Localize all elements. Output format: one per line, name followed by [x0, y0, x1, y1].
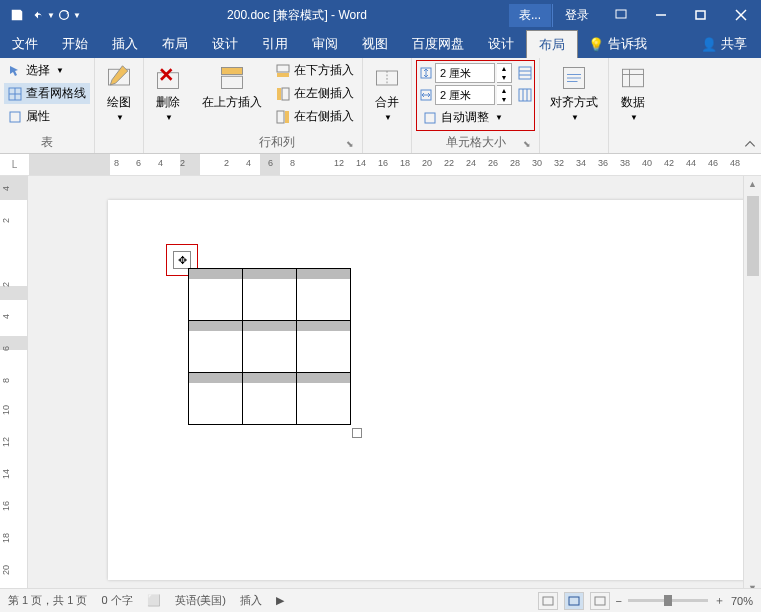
table-cell[interactable]	[189, 321, 243, 373]
distribute-cols-icon[interactable]	[518, 88, 532, 102]
zoom-slider[interactable]	[628, 599, 708, 602]
view-print-button[interactable]	[564, 592, 584, 610]
macro-record-icon[interactable]: ▶	[276, 594, 284, 607]
tab-review[interactable]: 审阅	[300, 30, 350, 58]
insert-below-button[interactable]: 在下方插入	[272, 60, 358, 81]
group-draw: 绘图▼	[95, 58, 144, 153]
collapse-ribbon-button[interactable]	[743, 137, 757, 151]
insert-mode[interactable]: 插入	[240, 593, 262, 608]
document-canvas[interactable]: ✥	[108, 200, 761, 580]
svg-rect-1	[616, 10, 626, 18]
language-indicator[interactable]: 英语(美国)	[175, 593, 226, 608]
svg-rect-25	[519, 67, 531, 79]
draw-button[interactable]: 绘图▼	[99, 60, 139, 126]
insert-right-button[interactable]: 在右侧插入	[272, 106, 358, 127]
col-width-up[interactable]: ▲	[497, 86, 511, 95]
tab-file[interactable]: 文件	[0, 30, 50, 58]
table-cell[interactable]	[243, 321, 297, 373]
login-button[interactable]: 登录	[552, 4, 601, 27]
ruler-tick: 42	[664, 158, 674, 168]
col-width-input[interactable]	[435, 85, 495, 105]
table-cell[interactable]	[297, 269, 351, 321]
select-button[interactable]: 选择▼	[4, 60, 90, 81]
share-button[interactable]: 👤 共享	[687, 30, 761, 58]
tab-baidu[interactable]: 百度网盘	[400, 30, 476, 58]
scroll-up-button[interactable]: ▲	[744, 176, 761, 192]
ruler-tick: 38	[620, 158, 630, 168]
svg-rect-14	[222, 76, 243, 88]
tab-table-layout[interactable]: 布局	[526, 30, 578, 58]
undo-button[interactable]: ▼	[30, 2, 56, 28]
insert-left-button[interactable]: 在左侧插入	[272, 83, 358, 104]
word-count[interactable]: 0 个字	[101, 593, 132, 608]
tab-layout[interactable]: 布局	[150, 30, 200, 58]
svg-rect-41	[569, 597, 579, 605]
table-cell[interactable]	[297, 373, 351, 425]
lightbulb-icon: 💡	[588, 37, 604, 52]
scroll-thumb[interactable]	[747, 196, 759, 276]
ruler-tick: 4	[1, 186, 11, 191]
ruler-tick: 12	[1, 437, 11, 447]
ruler-tick: 20	[422, 158, 432, 168]
zoom-out-button[interactable]: −	[616, 595, 622, 607]
ribbon-options-button[interactable]	[601, 0, 641, 30]
close-button[interactable]	[721, 0, 761, 30]
view-read-button[interactable]	[538, 592, 558, 610]
document-table[interactable]	[188, 268, 351, 425]
tell-me-button[interactable]: 💡 告诉我	[578, 30, 657, 58]
row-height-icon	[419, 66, 433, 80]
svg-point-0	[60, 11, 69, 20]
view-web-button[interactable]	[590, 592, 610, 610]
redo-button[interactable]: ▼	[56, 2, 82, 28]
tab-references[interactable]: 引用	[250, 30, 300, 58]
autofit-button[interactable]: 自动调整▼	[419, 107, 532, 128]
ruler-tick: 40	[642, 158, 652, 168]
ribbon-content: 选择▼ 查看网格线 属性 表 绘图▼ 删除▼ 在上方插入 在下方插入 在左侧插入…	[0, 58, 761, 154]
zoom-slider-thumb[interactable]	[664, 595, 672, 606]
zoom-in-button[interactable]: ＋	[714, 593, 725, 608]
data-button[interactable]: 数据▼	[613, 60, 653, 126]
tab-home[interactable]: 开始	[50, 30, 100, 58]
properties-button[interactable]: 属性	[4, 106, 90, 127]
spellcheck-icon[interactable]: ⬜	[147, 594, 161, 607]
table-cell[interactable]	[243, 373, 297, 425]
ruler-tick: 6	[268, 158, 273, 168]
ruler-horizontal[interactable]: 8642246812141618202224262830323436384042…	[30, 154, 761, 175]
table-cell[interactable]	[189, 269, 243, 321]
delete-button[interactable]: 删除▼	[148, 60, 188, 126]
ruler-corner[interactable]: L	[0, 154, 30, 175]
insert-above-button[interactable]: 在上方插入	[196, 60, 268, 115]
row-height-input[interactable]	[435, 63, 495, 83]
table-resize-handle[interactable]	[352, 428, 362, 438]
ruler-tick: 8	[114, 158, 119, 168]
page-indicator[interactable]: 第 1 页，共 1 页	[8, 593, 87, 608]
table-cell[interactable]	[189, 373, 243, 425]
ruler-tick: 14	[1, 469, 11, 479]
dialog-launcher-rows-cols[interactable]: ⬊	[344, 139, 356, 151]
ruler-tick: 20	[1, 565, 11, 575]
dialog-launcher-cell-size[interactable]: ⬊	[521, 139, 533, 151]
group-merge: 合并▼	[363, 58, 412, 153]
ruler-tick: 16	[1, 501, 11, 511]
table-cell[interactable]	[297, 321, 351, 373]
svg-rect-21	[285, 111, 289, 123]
merge-button[interactable]: 合并▼	[367, 60, 407, 126]
ruler-vertical[interactable]: 422468101214161820	[0, 176, 28, 596]
minimize-button[interactable]	[641, 0, 681, 30]
view-gridlines-button[interactable]: 查看网格线	[4, 83, 90, 104]
tab-design[interactable]: 设计	[200, 30, 250, 58]
row-height-up[interactable]: ▲	[497, 64, 511, 73]
alignment-button[interactable]: 对齐方式▼	[544, 60, 604, 126]
distribute-rows-icon[interactable]	[518, 66, 532, 80]
maximize-button[interactable]	[681, 0, 721, 30]
col-width-down[interactable]: ▼	[497, 95, 511, 104]
save-button[interactable]	[4, 2, 30, 28]
tab-table-design[interactable]: 设计	[476, 30, 526, 58]
tab-insert[interactable]: 插入	[100, 30, 150, 58]
scrollbar-vertical[interactable]: ▲ ▼	[743, 176, 761, 596]
group-data: 数据▼	[609, 58, 657, 153]
row-height-down[interactable]: ▼	[497, 73, 511, 82]
zoom-value[interactable]: 70%	[731, 595, 753, 607]
tab-view[interactable]: 视图	[350, 30, 400, 58]
table-cell[interactable]	[243, 269, 297, 321]
